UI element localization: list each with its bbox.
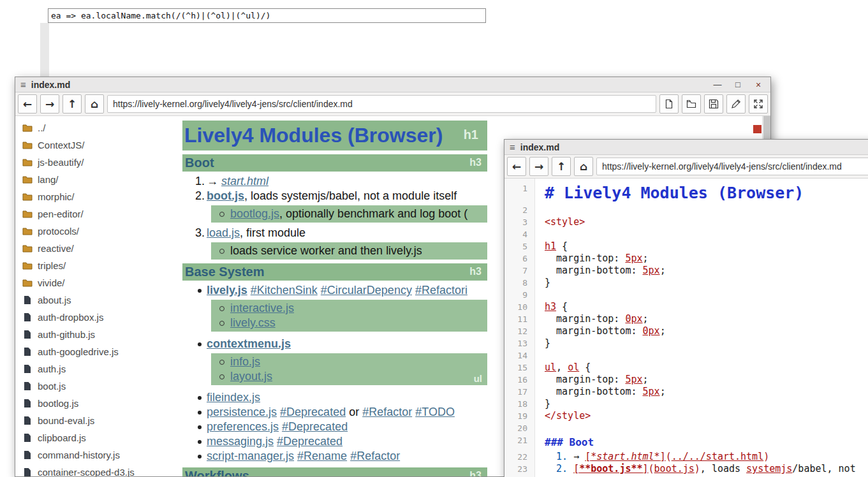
code-token: ol xyxy=(568,362,579,373)
nested-list-item: interactive.js xyxy=(211,301,487,316)
md-link[interactable]: lively.css xyxy=(230,316,276,329)
code-token: { xyxy=(556,240,568,252)
sidebar-item-label: auth-dropbox.js xyxy=(38,312,103,323)
md-link[interactable]: messaging.js xyxy=(207,435,274,448)
url-input[interactable] xyxy=(596,158,868,175)
md-link[interactable]: persistence.js xyxy=(207,406,277,418)
sidebar-item[interactable]: bootlog.js xyxy=(15,395,182,412)
back-button[interactable]: ← xyxy=(18,94,37,114)
sidebar-item[interactable]: command-history.js xyxy=(15,446,182,464)
fullscreen-button[interactable] xyxy=(749,94,768,114)
sidebar-item[interactable]: morphic/ xyxy=(15,188,182,205)
folder-icon xyxy=(22,124,33,132)
code-line: 9 xyxy=(504,289,868,301)
list-marker: 2. xyxy=(195,189,205,203)
md-link[interactable]: layout.js xyxy=(230,370,272,383)
up-button[interactable]: ↑ xyxy=(63,94,82,114)
new-file-button[interactable] xyxy=(659,94,679,114)
file-icon xyxy=(22,364,33,374)
code-token: ### Boot xyxy=(545,436,594,448)
edit-button[interactable] xyxy=(726,94,746,114)
code-line: 21### Boot xyxy=(504,434,868,451)
maximize-button[interactable]: □ xyxy=(731,80,745,90)
md-link[interactable]: #Deprecated xyxy=(277,435,342,448)
save-button[interactable] xyxy=(704,94,723,114)
list-item: 1.→ start.html xyxy=(182,174,487,189)
md-link[interactable]: #Rename xyxy=(297,450,347,462)
md-link[interactable]: #Deprecated xyxy=(282,420,348,433)
sidebar-item-label: bootlog.js xyxy=(38,398,78,409)
md-link[interactable]: contextmenu.js xyxy=(207,337,291,350)
window-title: index.md xyxy=(520,142,559,152)
md-link[interactable]: #Refactor xyxy=(362,406,412,418)
md-link[interactable]: interactive.js xyxy=(230,302,294,314)
sidebar-item[interactable]: clipboard.js xyxy=(15,429,182,446)
md-link[interactable]: lively.js xyxy=(207,284,247,297)
file-icon xyxy=(22,416,33,425)
sidebar-item[interactable]: pen-editor/ xyxy=(15,205,182,223)
sidebar-item[interactable]: reactive/ xyxy=(15,240,182,257)
titlebar[interactable]: ≡ index.md xyxy=(504,140,868,155)
sidebar-item-label: auth-github.js xyxy=(38,329,95,340)
home-button[interactable]: ⌂ xyxy=(85,94,104,114)
md-link[interactable]: fileindex.js xyxy=(207,391,260,404)
sidebar-item[interactable]: about.js xyxy=(15,291,182,309)
md-link[interactable]: #CircularDepency xyxy=(321,284,412,297)
menu-icon[interactable]: ≡ xyxy=(510,142,515,152)
sidebar-item[interactable]: auth-googledrive.js xyxy=(15,343,182,360)
line-number: 10 xyxy=(504,301,535,313)
sidebar-item[interactable]: triples/ xyxy=(15,257,182,274)
code-token: ul xyxy=(545,362,556,373)
md-link[interactable]: #Refactor xyxy=(350,450,400,462)
code-line-text: # Lively4 Modules (Browser) xyxy=(535,182,804,206)
md-link[interactable]: start.html xyxy=(221,175,268,187)
sidebar-item-label: command-history.js xyxy=(38,450,120,460)
open-folder-button[interactable] xyxy=(682,94,701,114)
close-button[interactable]: × xyxy=(751,80,765,90)
md-link[interactable]: boot.js xyxy=(207,189,244,202)
line-number: 15 xyxy=(504,362,535,374)
sidebar-item[interactable]: container-scoped-d3.js xyxy=(15,464,182,476)
sidebar-item[interactable]: lang/ xyxy=(15,171,182,188)
code-token: 5px xyxy=(643,265,660,276)
up-button[interactable]: ↑ xyxy=(552,157,571,176)
sidebar-item[interactable]: boot.js xyxy=(15,378,182,395)
md-link[interactable]: #Deprecated xyxy=(280,406,346,418)
forward-button[interactable]: → xyxy=(529,157,548,176)
sidebar-item-label: auth-googledrive.js xyxy=(38,346,119,357)
back-button[interactable]: ← xyxy=(507,157,526,176)
sidebar-item-label: about.js xyxy=(38,295,71,305)
line-number: 3 xyxy=(504,216,535,228)
sidebar-item[interactable]: protocols/ xyxy=(15,223,182,240)
sidebar-item[interactable]: js-beautify/ xyxy=(15,154,182,171)
sidebar-item[interactable]: ContextJS/ xyxy=(15,136,182,154)
forward-button[interactable]: → xyxy=(40,94,59,114)
md-link[interactable]: load.js xyxy=(207,226,240,239)
sidebar-item[interactable]: vivide/ xyxy=(15,274,182,291)
md-link[interactable]: #Refactori xyxy=(415,284,467,297)
url-input[interactable] xyxy=(107,95,656,113)
home-button[interactable]: ⌂ xyxy=(574,157,593,176)
md-link[interactable]: bootlog.js xyxy=(230,207,279,220)
list-item-text: script-manager.js #Rename #Refactor xyxy=(207,450,400,462)
md-link[interactable]: script-manager.js xyxy=(207,450,294,462)
titlebar[interactable]: ≡ index.md — □ × xyxy=(15,77,770,92)
code-token: 0px xyxy=(643,325,660,337)
filter-expression-input[interactable] xyxy=(48,8,486,23)
minimize-button[interactable]: — xyxy=(710,80,725,90)
md-link[interactable]: preferences.js xyxy=(207,420,279,433)
sidebar-item[interactable]: auth.js xyxy=(15,360,182,378)
code-line: 15ul, ol { xyxy=(504,362,868,374)
sidebar-item[interactable]: bound-eval.js xyxy=(15,412,182,429)
md-link[interactable]: #KitchenSink xyxy=(251,284,318,297)
md-link[interactable]: #TODO xyxy=(415,406,455,418)
sidebar-item[interactable]: ../ xyxy=(15,119,182,136)
sidebar-item[interactable]: auth-dropbox.js xyxy=(15,309,182,326)
pencil-icon xyxy=(731,99,741,109)
menu-icon[interactable]: ≡ xyxy=(20,79,26,90)
sidebar-item[interactable]: auth-github.js xyxy=(15,326,182,343)
code-editor[interactable]: 1# Lively4 Modules (Browser)23<style>45h… xyxy=(504,179,868,477)
md-link[interactable]: info.js xyxy=(230,355,260,368)
file-icon xyxy=(22,467,33,476)
code-line-text: <style> xyxy=(535,216,585,228)
